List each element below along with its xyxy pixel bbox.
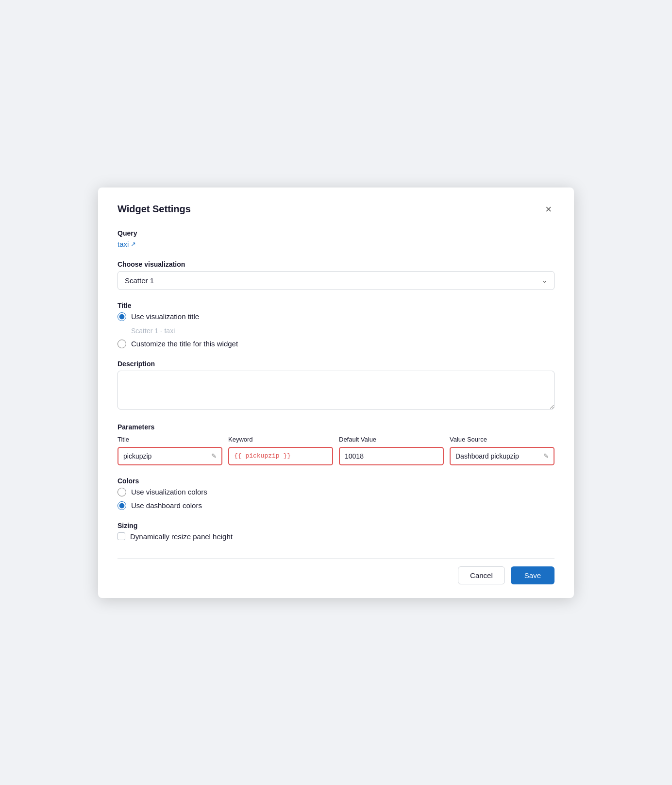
param-col-source: Value Source xyxy=(450,436,554,443)
param-col-default: Default Value xyxy=(339,436,444,443)
customize-title-label: Customize the title for this widget xyxy=(131,340,238,348)
query-label: Query xyxy=(118,229,554,237)
widget-settings-dialog: Widget Settings × Query taxi ↗ Choose vi… xyxy=(98,188,574,598)
description-label: Description xyxy=(118,360,554,368)
title-radio-group: Use visualization title Scatter 1 - taxi… xyxy=(118,312,554,348)
param-col-keyword: Keyword xyxy=(228,436,333,443)
param-header-row: Title Keyword Default Value Value Source xyxy=(118,436,554,443)
query-link[interactable]: taxi ↗ xyxy=(118,240,136,248)
description-section: Description xyxy=(118,360,554,411)
parameters-table: Title Keyword Default Value Value Source… xyxy=(118,436,554,465)
param-keyword-cell: {{ pickupzip }} xyxy=(228,447,333,465)
use-dashboard-colors-label: Use dashboard colors xyxy=(131,501,202,510)
external-link-icon: ↗ xyxy=(131,240,136,248)
dialog-title: Widget Settings xyxy=(118,204,191,215)
param-data-row: pickupzip ✎ {{ pickupzip }} 10018 Dashbo… xyxy=(118,447,554,465)
parameters-section: Parameters Title Keyword Default Value V… xyxy=(118,423,554,465)
title-section: Title Use visualization title Scatter 1 … xyxy=(118,302,554,348)
use-dashboard-colors-option[interactable]: Use dashboard colors xyxy=(118,501,554,510)
sizing-section: Sizing Dynamically resize panel height xyxy=(118,522,554,541)
param-default-cell: 10018 xyxy=(339,447,444,465)
param-source-cell: Dashboard pickupzip ✎ xyxy=(450,447,554,465)
param-source-edit-icon[interactable]: ✎ xyxy=(543,452,549,460)
use-dashboard-colors-radio[interactable] xyxy=(118,501,126,510)
use-viz-title-label: Use visualization title xyxy=(131,312,199,321)
use-viz-title-option[interactable]: Use visualization title xyxy=(118,312,554,321)
param-title-edit-icon[interactable]: ✎ xyxy=(211,452,217,460)
viz-title-placeholder: Scatter 1 - taxi xyxy=(131,327,554,335)
colors-label: Colors xyxy=(118,477,554,485)
dialog-footer: Cancel Save xyxy=(118,558,554,584)
visualization-select[interactable]: Scatter 1 Bar Chart Line Chart Table xyxy=(118,271,554,290)
query-link-text: taxi xyxy=(118,240,129,248)
parameters-label: Parameters xyxy=(118,423,554,431)
colors-radio-group: Use visualization colors Use dashboard c… xyxy=(118,488,554,510)
use-viz-colors-option[interactable]: Use visualization colors xyxy=(118,488,554,496)
param-keyword-value: {{ pickupzip }} xyxy=(234,452,291,460)
description-textarea[interactable] xyxy=(118,371,554,410)
save-button[interactable]: Save xyxy=(511,566,554,584)
visualization-label: Choose visualization xyxy=(118,260,554,268)
dynamic-resize-option[interactable]: Dynamically resize panel height xyxy=(118,532,554,541)
dynamic-resize-label: Dynamically resize panel height xyxy=(130,532,233,541)
dialog-header: Widget Settings × xyxy=(118,203,554,216)
param-default-value: 10018 xyxy=(345,452,364,460)
param-title-cell: pickupzip ✎ xyxy=(118,447,222,465)
title-section-label: Title xyxy=(118,302,554,309)
colors-section: Colors Use visualization colors Use dash… xyxy=(118,477,554,510)
query-section: Query taxi ↗ xyxy=(118,229,554,249)
param-title-value: pickupzip xyxy=(123,452,151,460)
visualization-select-wrapper: Scatter 1 Bar Chart Line Chart Table ⌄ xyxy=(118,271,554,290)
dynamic-resize-checkbox[interactable] xyxy=(118,532,125,540)
customize-title-radio[interactable] xyxy=(118,340,126,348)
use-viz-colors-radio[interactable] xyxy=(118,488,126,496)
use-viz-colors-label: Use visualization colors xyxy=(131,488,207,496)
customize-title-option[interactable]: Customize the title for this widget xyxy=(118,340,554,348)
sizing-label: Sizing xyxy=(118,522,554,529)
param-col-title: Title xyxy=(118,436,222,443)
cancel-button[interactable]: Cancel xyxy=(458,566,505,584)
param-source-value: Dashboard pickupzip xyxy=(455,452,519,460)
visualization-section: Choose visualization Scatter 1 Bar Chart… xyxy=(118,260,554,290)
use-viz-title-radio[interactable] xyxy=(118,312,126,321)
close-button[interactable]: × xyxy=(542,203,554,216)
